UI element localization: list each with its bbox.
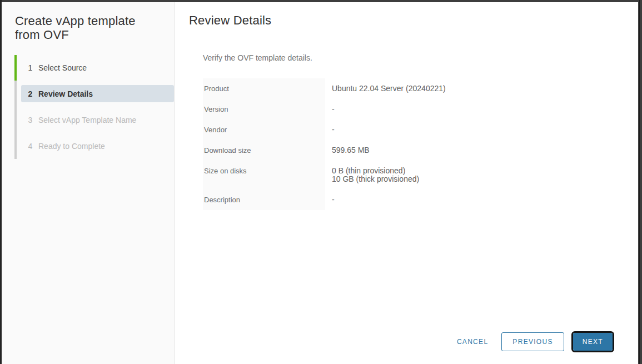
cancel-button[interactable]: CANCEL [457,332,488,351]
step-progress-completed-segment [14,55,17,81]
wizard-step-inner: 1Select Source [21,59,174,76]
detail-value: - [325,119,514,140]
step-description: Verify the OVF template details. [203,53,312,63]
step-label: Review Details [38,89,93,98]
wizard-sidebar: Create vApp template from OVF 1Select So… [2,2,175,364]
detail-label: Version [203,99,325,119]
detail-label: Size on disks [203,161,325,190]
previous-button[interactable]: PREVIOUS [501,332,564,351]
wizard-step-inner: 3Select vApp Template Name [21,111,174,128]
wizard-content-pane: Review Details Verify the OVF template d… [175,2,638,364]
detail-label: Vendor [203,119,325,140]
next-button[interactable]: NEXT [573,333,613,351]
wizard-step-3: 3Select vApp Template Name [14,107,174,133]
wizard-step-inner: 2Review Details [21,85,174,102]
wizard-step-list: 1Select Source2Review Details3Select vAp… [14,54,174,159]
detail-label: Product [203,78,325,99]
create-vapp-template-dialog: Create vApp template from OVF 1Select So… [2,2,638,364]
detail-value: - [325,190,514,210]
step-label: Ready to Complete [38,142,105,151]
step-number: 1 [27,63,34,72]
step-number: 3 [27,116,34,124]
next-button-focus-ring: NEXT [571,331,614,352]
detail-value: - [325,99,514,119]
page-title: Review Details [189,14,271,27]
detail-label: Description [203,190,325,210]
detail-row: Description- [203,190,514,210]
detail-value: 599.65 MB [325,140,514,161]
wizard-step-2[interactable]: 2Review Details [14,81,174,107]
wizard-step-inner: 4Ready to Complete [21,137,174,154]
wizard-step-1[interactable]: 1Select Source [14,54,174,81]
step-number: 2 [27,89,34,98]
step-progress-track [14,55,17,159]
detail-row: ProductUbuntu 22.04 Server (20240221) [203,78,514,99]
detail-row: Version- [203,99,514,119]
wizard-step-4: 4Ready to Complete [14,133,174,159]
detail-label: Download size [203,140,325,161]
modal-backdrop-frame: Create vApp template from OVF 1Select So… [0,0,642,364]
step-label: Select vApp Template Name [38,116,136,124]
detail-row: Download size599.65 MB [203,140,514,161]
detail-row: Vendor- [203,119,514,140]
detail-value: 0 B (thin provisioned)10 GB (thick provi… [325,161,514,190]
detail-value: Ubuntu 22.04 Server (20240221) [325,78,514,99]
ovf-details-table: ProductUbuntu 22.04 Server (20240221)Ver… [203,78,514,210]
wizard-footer: CANCEL PREVIOUS NEXT [457,331,614,352]
step-number: 4 [27,142,34,151]
wizard-title: Create vApp template from OVF [15,14,148,42]
step-label: Select Source [38,63,87,72]
detail-row: Size on disks0 B (thin provisioned)10 GB… [203,161,514,190]
